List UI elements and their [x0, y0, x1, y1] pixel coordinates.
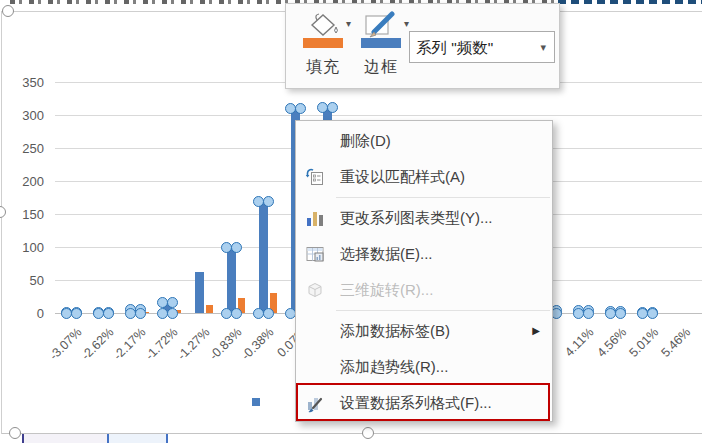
menu-item-change-series-chart-type[interactable]: 更改系列图表类型(Y)...: [296, 200, 552, 236]
fill-button-label: 填充: [300, 57, 346, 78]
menu-item-add-trendline[interactable]: 添加趋势线(R)...: [296, 349, 552, 385]
fill-dropdown-caret[interactable]: ▾: [346, 18, 351, 29]
menu-item-label: 更改系列图表类型(Y)...: [340, 209, 493, 228]
menu-item-select-data[interactable]: 选择数据(E)...: [296, 236, 552, 272]
reset-icon: [304, 167, 326, 187]
x-axis-tick-label: -0.83%: [207, 325, 245, 363]
menu-item-icon-empty: [304, 357, 326, 377]
worksheet-cell: [24, 434, 107, 443]
y-axis-tick-label: 150: [4, 208, 44, 221]
selection-handle[interactable]: [583, 308, 594, 319]
chart-element-selector[interactable]: 系列 "频数" ▾: [409, 31, 555, 63]
selection-handle[interactable]: [167, 308, 178, 319]
selection-handle[interactable]: [647, 308, 658, 319]
cell-border: [22, 434, 24, 443]
selection-handle[interactable]: [135, 308, 146, 319]
bar-频数[interactable]: [195, 272, 204, 313]
selection-handle[interactable]: [295, 103, 306, 114]
menu-item-add-data-labels[interactable]: 添加数据标签(B)▶: [296, 313, 552, 349]
y-axis-tick-label: 200: [4, 175, 44, 188]
series-context-menu: 删除(D)重设以匹配样式(A)更改系列图表类型(Y)...选择数据(E)...三…: [295, 120, 553, 422]
selection-handle[interactable]: [615, 308, 626, 319]
x-axis-tick-label: 5.01%: [626, 325, 661, 360]
border-color-swatch: [361, 38, 401, 48]
worksheet-cell: [109, 434, 166, 443]
chart-type-icon: [304, 208, 326, 228]
x-axis-tick-label: 5.46%: [658, 325, 693, 360]
selection-handle[interactable]: [263, 196, 274, 207]
menu-item-icon-empty: [304, 131, 326, 151]
chart-resize-handle[interactable]: [9, 427, 21, 439]
border-button[interactable]: 边框: [358, 9, 410, 83]
bar-频数[interactable]: [259, 201, 268, 313]
y-axis-tick-label: 250: [4, 142, 44, 155]
x-axis-tick-label: -2.17%: [111, 325, 149, 363]
x-axis-tick-label: 4.11%: [563, 325, 597, 359]
x-axis-tick-label: -2.62%: [79, 325, 117, 363]
fill-color-swatch: [303, 38, 343, 48]
cell-border: [107, 434, 109, 443]
y-axis-tick-label: 300: [4, 109, 44, 122]
x-axis-tick-label: -0.38%: [239, 325, 277, 363]
menu-item-label: 添加数据标签(B): [340, 322, 450, 341]
x-axis-tick-label: 4.56%: [594, 325, 629, 360]
x-axis-tick-label: -1.27%: [175, 325, 213, 363]
menu-item-3d-rotation: 三维旋转(R)...: [296, 272, 552, 308]
legend-marker-频数[interactable]: [252, 398, 260, 406]
selection-handle[interactable]: [103, 308, 114, 319]
chart-resize-handle[interactable]: [2, 5, 14, 17]
chart-mini-toolbar: 填充 ▾ 边框 ▾ 系列 "频数" ▾: [285, 3, 560, 89]
border-dropdown-caret[interactable]: ▾: [404, 18, 409, 29]
selection-handle[interactable]: [231, 308, 242, 319]
select-data-icon: [304, 244, 326, 264]
chart-element-selector-value: 系列 "频数": [416, 38, 493, 59]
selection-handle[interactable]: [167, 297, 178, 308]
chart-resize-handle[interactable]: [362, 427, 374, 439]
menu-item-label: 重设以匹配样式(A): [340, 168, 465, 187]
gridline: [55, 115, 702, 116]
excel-chart-screenshot: 050100150200250300350-3.07%-2.62%-2.17%-…: [0, 0, 702, 443]
menu-item-reset-to-match-style[interactable]: 重设以匹配样式(A): [296, 159, 552, 195]
bar-series2[interactable]: [206, 305, 213, 313]
x-axis-tick-label: -3.07%: [47, 325, 85, 363]
y-axis-tick-label: 0: [4, 307, 44, 320]
menu-separator: [336, 310, 550, 311]
y-axis-tick-label: 50: [4, 274, 44, 287]
submenu-arrow-icon: ▶: [532, 325, 540, 336]
selection-handle[interactable]: [231, 242, 242, 253]
chevron-down-icon[interactable]: ▾: [540, 41, 546, 54]
menu-item-icon-empty: [304, 321, 326, 341]
bar-频数[interactable]: [227, 247, 236, 313]
menu-item-label: 删除(D): [340, 132, 391, 151]
menu-item-label: 添加趋势线(R)...: [340, 358, 448, 377]
selection-handle[interactable]: [71, 308, 82, 319]
fill-button[interactable]: 填充: [300, 9, 352, 83]
menu-separator: [336, 197, 550, 198]
x-axis-tick-label: -1.72%: [143, 325, 181, 363]
selection-handle[interactable]: [327, 102, 338, 113]
annotation-highlight-box: [296, 383, 550, 421]
menu-item-label: 选择数据(E)...: [340, 245, 433, 264]
y-axis-tick-label: 100: [4, 241, 44, 254]
y-axis-tick-label: 350: [4, 76, 44, 89]
worksheet-strip: [0, 434, 702, 443]
menu-item-delete[interactable]: 删除(D): [296, 123, 552, 159]
border-button-label: 边框: [358, 57, 404, 78]
cell-border: [166, 434, 168, 443]
cube-icon: [304, 280, 326, 300]
selection-handle[interactable]: [263, 308, 274, 319]
menu-item-label: 三维旋转(R)...: [340, 281, 433, 300]
